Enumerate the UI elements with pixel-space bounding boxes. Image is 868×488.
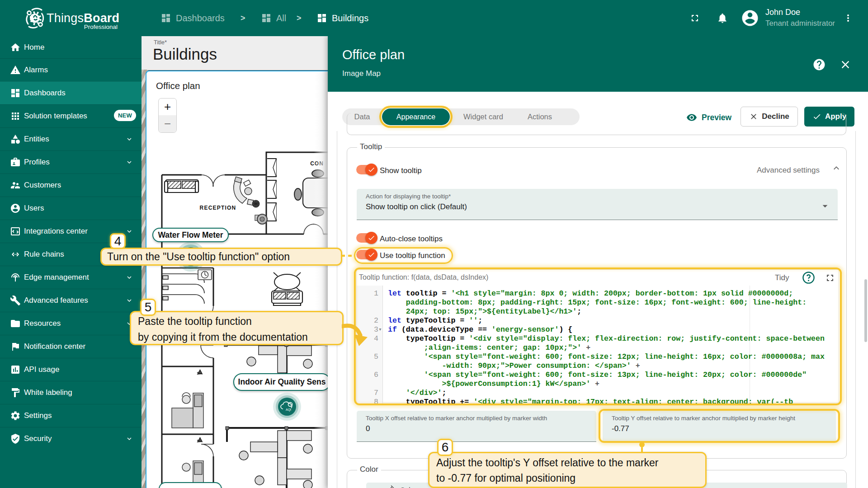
- svg-text:AQI: AQI: [286, 408, 291, 412]
- svg-text:RECEPTION: RECEPTION: [200, 205, 236, 211]
